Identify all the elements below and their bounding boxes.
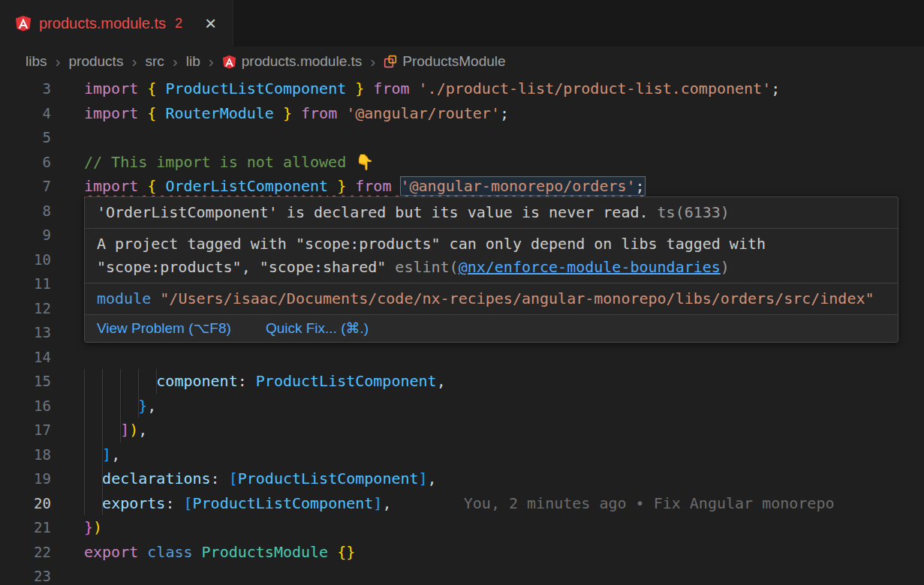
breadcrumb-separator-icon: › bbox=[368, 52, 378, 70]
view-problem-action[interactable]: View Problem (⌥F8) bbox=[97, 320, 231, 338]
indent-guides bbox=[84, 491, 103, 516]
line-number[interactable]: 18 bbox=[0, 442, 51, 467]
code-token: {} bbox=[337, 543, 355, 561]
code-token bbox=[346, 80, 355, 98]
code-token bbox=[328, 177, 337, 195]
line-number[interactable]: 23 bbox=[0, 564, 51, 585]
breadcrumb-item-products-module-ts[interactable]: products.module.ts bbox=[219, 53, 366, 70]
line-content[interactable]: ]), bbox=[84, 418, 924, 442]
line-content[interactable] bbox=[84, 345, 924, 370]
line-content[interactable]: import { ProductListComponent } from './… bbox=[84, 76, 924, 101]
code-line-19[interactable]: 19 declarations: [ProductListComponent], bbox=[0, 466, 924, 491]
code-line-3[interactable]: 3import { ProductListComponent } from '.… bbox=[0, 76, 924, 101]
code-token bbox=[274, 104, 283, 122]
code-line-20[interactable]: 20 exports: [ProductListComponent],You, … bbox=[0, 491, 924, 516]
code-token: } bbox=[84, 518, 93, 536]
code-token: } bbox=[283, 104, 292, 122]
line-content[interactable]: import { OrderListComponent } from '@ang… bbox=[84, 174, 924, 199]
code-line-22[interactable]: 22export class ProductsModule {} bbox=[0, 540, 924, 565]
line-content[interactable]: }, bbox=[84, 394, 924, 418]
code-line-18[interactable]: 18 ], bbox=[0, 442, 924, 467]
line-content[interactable]: }) bbox=[84, 515, 924, 540]
code-line-14[interactable]: 14 bbox=[0, 345, 924, 370]
code-token: exports bbox=[102, 494, 165, 512]
hover-text: module bbox=[97, 290, 151, 308]
line-content[interactable]: exports: [ProductListComponent],You, 2 m… bbox=[84, 491, 924, 516]
breadcrumb-item-libs[interactable]: libs bbox=[23, 53, 50, 70]
code-token: ] bbox=[419, 470, 428, 488]
line-number[interactable]: 5 bbox=[0, 125, 51, 150]
hover-text: ts(6133) bbox=[658, 203, 730, 221]
code-token bbox=[156, 80, 165, 98]
code-token: : bbox=[165, 494, 174, 512]
code-line-7[interactable]: 7import { OrderListComponent } from '@an… bbox=[0, 174, 924, 199]
code-line-23[interactable]: 23 bbox=[0, 564, 924, 585]
indent-guides bbox=[84, 442, 103, 467]
code-token: : bbox=[238, 372, 247, 390]
code-line-5[interactable]: 5 bbox=[0, 125, 924, 150]
line-number[interactable]: 20 bbox=[0, 491, 51, 516]
breadcrumb-item-lib[interactable]: lib bbox=[183, 53, 203, 70]
eslint-rule-link[interactable]: @nx/enforce-module-boundaries bbox=[459, 258, 721, 276]
code-token: ] bbox=[373, 494, 382, 512]
code-token: , bbox=[437, 372, 446, 390]
line-number[interactable]: 6 bbox=[0, 150, 51, 175]
line-number[interactable]: 4 bbox=[0, 101, 51, 126]
line-number[interactable]: 21 bbox=[0, 515, 51, 540]
line-number[interactable]: 17 bbox=[0, 418, 51, 442]
tab-products-module-ts[interactable]: products.module.ts 2 × bbox=[0, 0, 233, 46]
line-number[interactable]: 22 bbox=[0, 540, 51, 565]
code-token: class bbox=[147, 543, 192, 561]
code-token: export bbox=[84, 543, 138, 561]
code-token: './product-list/product-list.component' bbox=[419, 80, 772, 98]
line-number[interactable]: 3 bbox=[0, 76, 51, 101]
indent-guides bbox=[84, 394, 139, 418]
line-number[interactable]: 14 bbox=[0, 345, 51, 370]
line-number[interactable]: 8 bbox=[0, 199, 51, 224]
code-token: OrderListComponent bbox=[165, 177, 328, 195]
code-line-15[interactable]: 15 component: ProductListComponent, bbox=[0, 369, 924, 394]
line-content[interactable]: ], bbox=[84, 442, 924, 467]
line-content[interactable] bbox=[84, 564, 924, 585]
line-content[interactable] bbox=[84, 125, 924, 150]
code-token: ProductListComponent bbox=[193, 494, 374, 512]
line-number[interactable]: 19 bbox=[0, 466, 51, 491]
breadcrumb-item-productsmodule[interactable]: ProductsModule bbox=[381, 53, 508, 70]
code-line-21[interactable]: 21}) bbox=[0, 515, 924, 540]
breadcrumb-label: products.module.ts bbox=[242, 53, 363, 70]
line-number[interactable]: 7 bbox=[0, 174, 51, 199]
code-line-17[interactable]: 17 ]), bbox=[0, 418, 924, 442]
hover-text: eslint( bbox=[386, 258, 458, 276]
tab-bar: products.module.ts 2 × bbox=[0, 0, 924, 46]
code-token: RouterModule bbox=[165, 104, 274, 122]
code-token bbox=[220, 470, 229, 488]
line-content[interactable]: component: ProductListComponent, bbox=[84, 369, 924, 394]
code-token bbox=[156, 177, 165, 195]
quick-fix-action[interactable]: Quick Fix... (⌘.) bbox=[266, 320, 369, 338]
line-content[interactable]: import { RouterModule } from '@angular/r… bbox=[84, 101, 924, 126]
close-icon[interactable]: × bbox=[202, 14, 219, 33]
line-number[interactable]: 13 bbox=[0, 320, 51, 345]
line-number[interactable]: 16 bbox=[0, 394, 51, 418]
code-line-4[interactable]: 4import { RouterModule } from '@angular/… bbox=[0, 101, 924, 126]
line-number[interactable]: 10 bbox=[0, 248, 51, 272]
line-number[interactable]: 15 bbox=[0, 369, 51, 394]
line-number[interactable]: 11 bbox=[0, 272, 51, 296]
breadcrumb: libs›products›src›lib›products.module.ts… bbox=[0, 46, 924, 76]
code-line-6[interactable]: 6// This import is not allowed 👇 bbox=[0, 150, 924, 175]
code-token bbox=[138, 80, 147, 98]
code-token bbox=[391, 177, 400, 195]
breadcrumb-item-src[interactable]: src bbox=[142, 53, 167, 70]
breadcrumb-item-products[interactable]: products bbox=[66, 53, 127, 70]
line-number[interactable]: 9 bbox=[0, 223, 51, 248]
eslint-error-message: A project tagged with "scope:products" c… bbox=[85, 229, 898, 284]
line-content[interactable]: declarations: [ProductListComponent], bbox=[84, 466, 924, 491]
code-token: from bbox=[373, 80, 409, 98]
code-token: from bbox=[301, 104, 337, 122]
line-number[interactable]: 12 bbox=[0, 296, 51, 321]
line-content[interactable]: export class ProductsModule {} bbox=[84, 540, 924, 565]
line-content[interactable]: // This import is not allowed 👇 bbox=[84, 150, 924, 175]
code-token: '@angular/router' bbox=[346, 104, 500, 122]
tab-error-count-badge: 2 bbox=[175, 16, 182, 32]
code-line-16[interactable]: 16 }, bbox=[0, 394, 924, 418]
